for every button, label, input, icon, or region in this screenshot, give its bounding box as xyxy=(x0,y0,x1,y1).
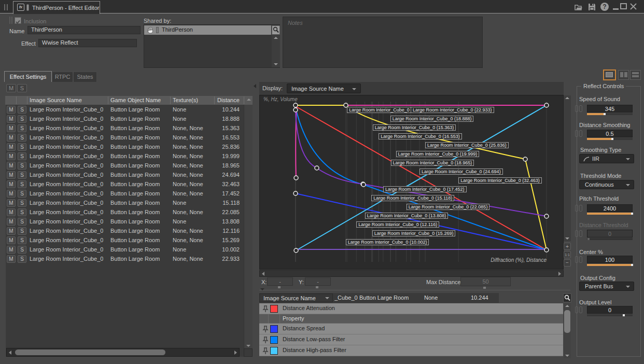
curve-label[interactable]: Large Room Interior_Cube_0 (12.116) xyxy=(356,221,439,228)
table-row[interactable]: M S Large Room Interior_Cube_0 Button La… xyxy=(0,227,244,236)
property-scroll-thumb[interactable] xyxy=(564,310,570,333)
value-box[interactable]: 0 xyxy=(587,306,633,314)
curve-label[interactable]: Large Room Interior_Cube_0 (32.463) xyxy=(458,177,542,184)
row-solo-button[interactable]: S xyxy=(18,115,26,123)
row-solo-button[interactable]: S xyxy=(18,143,26,151)
row-mute-button[interactable]: M xyxy=(7,124,16,132)
slider-thumb[interactable] xyxy=(604,113,606,115)
pin-icon[interactable] xyxy=(262,336,269,344)
property-scrollbar[interactable] xyxy=(564,303,571,358)
solo-all-button[interactable]: S xyxy=(17,84,27,92)
row-solo-button[interactable]: S xyxy=(18,134,26,142)
curve-color-swatch[interactable] xyxy=(270,325,278,333)
table-hscrollbar[interactable] xyxy=(6,348,240,357)
graph-zoom-out-button[interactable]: − xyxy=(564,259,571,267)
pin-icon[interactable] xyxy=(262,305,269,313)
pin-icon[interactable] xyxy=(262,325,269,333)
row-mute-button[interactable]: M xyxy=(7,152,16,160)
table-hscroll-thumb[interactable] xyxy=(15,349,165,355)
tab-rtpc[interactable]: RTPC xyxy=(52,72,73,82)
row-solo-button[interactable]: S xyxy=(18,227,26,235)
rtpc-indicator-icon[interactable] xyxy=(575,130,578,137)
row-solo-button[interactable]: S xyxy=(18,106,26,114)
table-row[interactable]: M S Large Room Interior_Cube_0 Button La… xyxy=(0,189,244,199)
curve-label[interactable]: Large Room Interior_Cube_0 (15.363) xyxy=(373,124,456,131)
name-input[interactable]: ThirdPerson xyxy=(27,26,141,34)
link-indicator-icon[interactable] xyxy=(579,205,582,212)
table-row[interactable]: M S Large Room Interior_Cube_0 Button La… xyxy=(0,180,244,189)
slider-thumb[interactable] xyxy=(611,138,613,140)
row-mute-button[interactable]: M xyxy=(7,143,16,151)
coord-x-input[interactable]: - xyxy=(267,277,293,286)
row-solo-button[interactable]: S xyxy=(18,255,26,263)
property-row[interactable]: Distance Low-pass Filter xyxy=(259,334,563,345)
property-search-button[interactable] xyxy=(563,293,571,302)
row-solo-button[interactable]: S xyxy=(18,124,26,132)
row-mute-button[interactable]: M xyxy=(7,255,16,263)
curve-label[interactable]: Large Room Interior_Cube_0 (18.888) xyxy=(390,116,474,122)
curve-label[interactable]: Large Room Interior_Cube_0 (25.836) xyxy=(425,142,509,148)
tab-states[interactable]: States xyxy=(73,72,97,82)
graph-zoom-in-button[interactable]: + xyxy=(564,243,571,250)
table-row[interactable]: M S Large Room Interior_Cube_0 Button La… xyxy=(0,105,244,115)
value-box[interactable]: 345 xyxy=(587,105,633,113)
table-row[interactable]: M S Large Room Interior_Cube_0 Button La… xyxy=(0,217,244,227)
row-solo-button[interactable]: S xyxy=(18,171,26,179)
table-row[interactable]: M S Large Room Interior_Cube_0 Button La… xyxy=(0,245,244,255)
splitter-handle[interactable] xyxy=(259,290,570,290)
curve-color-swatch[interactable] xyxy=(270,336,278,344)
property-selector-dropdown[interactable]: Image Source Name xyxy=(259,293,333,302)
shared-by-scrollbar[interactable] xyxy=(272,35,280,67)
dropdown-2[interactable]: IIR xyxy=(579,154,634,163)
dropdown-3[interactable]: Continuous xyxy=(579,180,634,189)
table-row[interactable]: M S Large Room Interior_Cube_0 Button La… xyxy=(0,124,244,133)
curve-label[interactable]: Large Room Interior_Cube_0 (19.999) xyxy=(396,151,480,157)
link-indicator-icon[interactable] xyxy=(579,130,582,137)
table-row[interactable]: M S Large Room Interior_Cube_0 Button La… xyxy=(0,133,244,143)
splitter-collapse-icon[interactable] xyxy=(260,288,264,290)
row-solo-button[interactable]: S xyxy=(18,180,26,188)
display-dropdown[interactable]: Image Source Name xyxy=(287,83,361,93)
row-mute-button[interactable]: M xyxy=(7,227,16,235)
link-indicator-icon[interactable] xyxy=(579,306,582,313)
curve-color-swatch[interactable] xyxy=(270,347,278,355)
row-solo-button[interactable]: S xyxy=(18,199,26,207)
table-row[interactable]: M S Large Room Interior_Cube_0 Button La… xyxy=(0,208,244,217)
value-slider[interactable] xyxy=(587,314,633,316)
collapse-left-splitter-icon[interactable] xyxy=(254,84,256,88)
table-row[interactable]: M S Large Room Interior_Cube_0 Button La… xyxy=(0,161,244,171)
row-mute-button[interactable]: M xyxy=(7,246,16,254)
row-mute-button[interactable]: M xyxy=(7,190,16,198)
layout-split-vertical-button[interactable] xyxy=(618,70,629,80)
notes-box[interactable]: Notes xyxy=(283,17,483,68)
coord-x-slider-thumb[interactable] xyxy=(278,286,281,288)
row-solo-button[interactable]: S xyxy=(18,208,26,216)
row-mute-button[interactable]: M xyxy=(7,171,16,179)
row-mute-button[interactable]: M xyxy=(7,162,16,170)
property-row[interactable]: Distance Spread xyxy=(259,324,563,334)
curve-label[interactable]: Large Room Interior_Cube_0 (22.933) xyxy=(411,107,494,113)
curve-label[interactable]: Large Room Interior_Cube_0 xyxy=(347,107,412,113)
curve-label[interactable]: Large Room Interior_Cube_0 (10.002) xyxy=(346,239,429,245)
table-row[interactable]: M S Large Room Interior_Cube_0 Button La… xyxy=(0,152,244,161)
graph-hscrollbar[interactable] xyxy=(259,270,564,277)
rtpc-indicator-icon[interactable] xyxy=(575,105,578,112)
effect-input[interactable]: Wwise Reflect xyxy=(38,39,137,47)
rtpc-indicator-icon[interactable] xyxy=(575,256,578,263)
slider-thumb[interactable] xyxy=(631,213,633,215)
value-box[interactable]: 100 xyxy=(587,256,633,263)
graph-vscrollbar[interactable] xyxy=(564,95,571,241)
coord-y-slider-thumb[interactable] xyxy=(316,286,318,288)
layout-split-horizontal-button[interactable] xyxy=(630,70,641,80)
property-group-row[interactable]: Property xyxy=(259,314,563,324)
rtpc-indicator-icon[interactable] xyxy=(575,230,578,237)
curve-label[interactable]: Large Room Interior_Cube_0 (15.269) xyxy=(372,230,456,236)
table-row[interactable]: M S Large Room Interior_Cube_0 Button La… xyxy=(0,171,244,180)
tab-effect-settings[interactable]: Effect Settings xyxy=(4,71,52,82)
pin-icon[interactable] xyxy=(262,347,269,355)
shared-search-button[interactable] xyxy=(272,25,280,35)
link-indicator-icon[interactable] xyxy=(579,230,582,237)
max-distance-slider-thumb[interactable] xyxy=(483,287,486,289)
row-mute-button[interactable]: M xyxy=(7,106,16,114)
rtpc-indicator-icon[interactable] xyxy=(575,306,578,313)
